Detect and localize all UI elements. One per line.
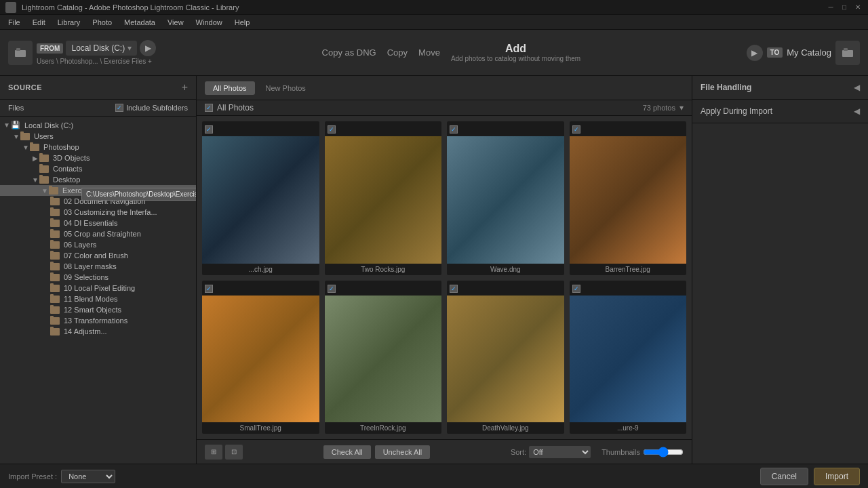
photo-checkbox-7[interactable] xyxy=(450,285,458,293)
photo-cell-6[interactable]: TreeInRock.jpg xyxy=(325,281,442,434)
tree-item-14[interactable]: 14 Adjustm... xyxy=(0,326,196,337)
folder-icon xyxy=(50,306,60,314)
photo-name-8: ...ure-9 xyxy=(570,422,687,434)
uncheck-all-button[interactable]: Uncheck All xyxy=(375,445,430,459)
tab-new-photos[interactable]: New Photos xyxy=(258,81,314,95)
folder-icon xyxy=(50,230,60,238)
menu-file[interactable]: File xyxy=(3,17,26,28)
source-nav-arrow[interactable]: ▶ xyxy=(140,40,156,56)
close-button[interactable]: ✕ xyxy=(853,3,863,12)
tree-item-06[interactable]: 06 Layers xyxy=(0,239,196,250)
tree-arrow xyxy=(31,165,39,173)
all-photos-check: All Photos xyxy=(205,103,254,113)
menu-view[interactable]: View xyxy=(162,17,189,28)
tree-item-3dobjects[interactable]: ▶ 3D Objects xyxy=(0,152,196,163)
photo-cell-8[interactable]: ...ure-9 xyxy=(570,281,687,434)
photo-thumb-2 xyxy=(325,136,442,264)
copy-action[interactable]: Copy xyxy=(387,47,408,58)
all-photos-checkbox[interactable] xyxy=(205,104,213,112)
sidebar-add-button[interactable]: + xyxy=(182,81,188,94)
dest-nav-arrow[interactable]: ▶ xyxy=(747,45,763,61)
menu-photo[interactable]: Photo xyxy=(87,17,117,28)
folder-icon xyxy=(50,198,60,205)
bottom-right-buttons: Cancel Import xyxy=(760,468,860,485)
move-action[interactable]: Move xyxy=(418,47,440,58)
tree-item-contacts[interactable]: Contacts xyxy=(0,163,196,174)
thumbnails-slider[interactable] xyxy=(643,447,684,458)
tree-item-photoshop[interactable]: ▼ Photoshop xyxy=(0,142,196,152)
tab-all-photos[interactable]: All Photos xyxy=(205,81,255,95)
add-action[interactable]: Add Add photos to catalog without moving… xyxy=(451,43,580,62)
photo-thumb-6 xyxy=(325,296,442,423)
minimize-button[interactable]: ─ xyxy=(826,3,835,12)
photo-checkbox-8[interactable] xyxy=(572,285,580,293)
source-name: Local Disk (C:) xyxy=(71,43,125,53)
photo-thumb-7 xyxy=(447,296,564,423)
folder-icon xyxy=(50,328,60,336)
photo-thumb-3 xyxy=(447,136,564,264)
photo-cell-7[interactable]: DeathValley.jpg xyxy=(447,281,564,434)
apply-during-import-collapse-button[interactable]: ◀ xyxy=(854,106,860,116)
menu-help[interactable]: Help xyxy=(229,17,256,28)
photo-cell-2[interactable]: Two Rocks.jpg xyxy=(325,121,442,275)
folder-icon xyxy=(50,263,60,270)
dest-name: My Catalog xyxy=(787,47,831,58)
photos-expand-icon[interactable]: ▾ xyxy=(679,103,684,113)
photo-checkbox-2[interactable] xyxy=(328,125,336,134)
photo-cell-4[interactable]: BarrenTree.jpg xyxy=(570,121,687,275)
tree-item-04[interactable]: 04 DI Essentials xyxy=(0,218,196,228)
include-subfolders-toggle[interactable]: Include Subfolders xyxy=(115,104,188,112)
cancel-button[interactable]: Cancel xyxy=(760,468,808,485)
tree-item-08[interactable]: 08 Layer masks xyxy=(0,261,196,272)
photo-checkbox-1[interactable] xyxy=(205,125,213,134)
folder-icon xyxy=(39,165,49,173)
to-badge: TO xyxy=(767,47,783,58)
file-tree: ▼ 💾 Local Disk (C:) ▼ Users ▼ Photoshop xyxy=(0,117,196,464)
apply-during-import-section: Apply During Import ◀ xyxy=(692,100,868,123)
menu-edit[interactable]: Edit xyxy=(27,17,51,28)
tree-item-desktop[interactable]: ▼ Desktop xyxy=(0,174,196,185)
tree-item-07[interactable]: 07 Color and Brush xyxy=(0,250,196,261)
include-subfolders-checkbox[interactable] xyxy=(115,104,123,112)
tree-item-09[interactable]: 09 Selections xyxy=(0,272,196,283)
folder-icon xyxy=(50,241,60,249)
photo-checkbox-5[interactable] xyxy=(205,285,213,293)
photo-cell-5[interactable]: SmallTree.jpg xyxy=(202,281,319,434)
bottom-bar: Import Preset : None Cancel Import xyxy=(0,464,868,488)
copy-as-dng-action[interactable]: Copy as DNG xyxy=(322,47,376,58)
dest-selector[interactable]: My Catalog xyxy=(787,47,831,58)
tree-item-local-disk[interactable]: ▼ 💾 Local Disk (C:) xyxy=(0,119,196,131)
tree-item-05[interactable]: 05 Crop and Straighten xyxy=(0,228,196,239)
tree-item-11[interactable]: 11 Blend Modes xyxy=(0,293,196,304)
loupe-view-button[interactable]: ⊡ xyxy=(225,445,243,460)
photo-checkbox-6[interactable] xyxy=(328,285,336,293)
sort-select[interactable]: Off Capture Time Filename xyxy=(529,446,591,458)
grid-view-button[interactable]: ⊞ xyxy=(205,445,222,460)
files-row: Files Include Subfolders xyxy=(0,100,196,117)
all-photos-label: All Photos xyxy=(217,103,254,113)
photo-thumb-1 xyxy=(202,136,319,264)
tree-item-13[interactable]: 13 Transformations xyxy=(0,315,196,326)
photo-checkbox-3[interactable] xyxy=(450,125,458,134)
import-preset-select[interactable]: None xyxy=(61,470,115,483)
maximize-button[interactable]: □ xyxy=(840,3,849,12)
import-button[interactable]: Import xyxy=(814,468,860,485)
menu-metadata[interactable]: Metadata xyxy=(119,17,161,28)
photo-name-1: ...ch.jpg xyxy=(202,264,319,275)
menu-library[interactable]: Library xyxy=(52,17,86,28)
folder-icon xyxy=(50,317,60,325)
tree-item-users[interactable]: ▼ Users xyxy=(0,131,196,142)
tree-item-12[interactable]: 12 Smart Objects xyxy=(0,304,196,315)
tree-item-exercise-files[interactable]: ▼ Exercise Files C:\Users\Photoshop\Desk… xyxy=(0,185,196,196)
check-all-button[interactable]: Check All xyxy=(323,445,371,459)
photo-cell-3[interactable]: Wave.dng xyxy=(447,121,564,275)
tree-item-10[interactable]: 10 Local Pixel Editing xyxy=(0,283,196,293)
file-handling-collapse-button[interactable]: ◀ xyxy=(854,83,860,92)
photos-count: 73 photos xyxy=(643,104,675,112)
photo-cell-1[interactable]: ...ch.jpg xyxy=(202,121,319,275)
source-selector[interactable]: Local Disk (C:) ▾ xyxy=(66,41,137,56)
photo-checkbox-4[interactable] xyxy=(572,125,580,134)
menu-window[interactable]: Window xyxy=(191,17,228,28)
tree-item-03[interactable]: 03 Customizing the Interfa... xyxy=(0,207,196,218)
photo-name-4: BarrenTree.jpg xyxy=(570,264,687,275)
